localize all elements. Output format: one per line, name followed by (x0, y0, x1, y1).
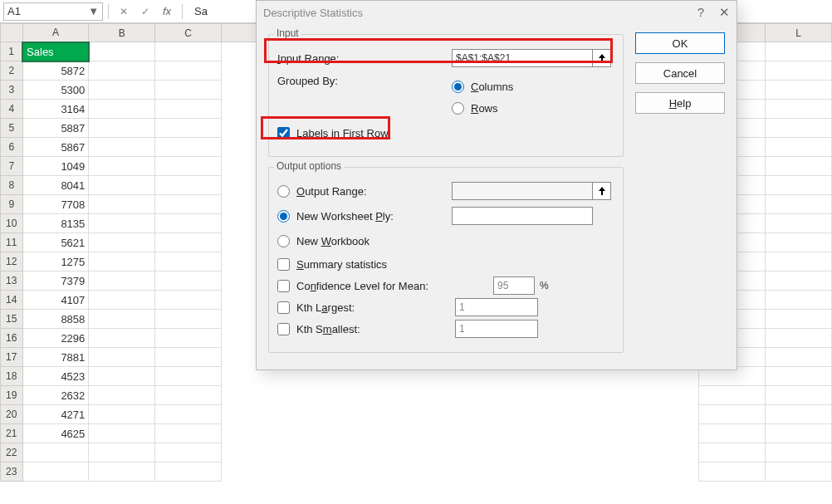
cell[interactable]: 5887 (22, 119, 89, 138)
row-header[interactable]: 19 (1, 386, 23, 405)
cell[interactable]: 4107 (22, 291, 89, 310)
row-header[interactable]: 23 (1, 462, 23, 482)
confidence-label: Confidence Level for Mean: (296, 280, 428, 292)
row-header[interactable]: 13 (1, 272, 23, 291)
cell[interactable]: 5867 (22, 138, 89, 157)
row-header[interactable]: 15 (1, 310, 23, 329)
columns-radio[interactable] (452, 81, 464, 93)
row-header[interactable]: 20 (1, 405, 23, 424)
separator (182, 4, 183, 19)
ok-button[interactable]: OK (635, 32, 725, 54)
cell[interactable]: 8135 (22, 214, 89, 233)
kth-smallest-check[interactable] (277, 323, 290, 335)
cell[interactable]: 3164 (22, 100, 89, 119)
row-header[interactable]: 5 (1, 119, 23, 138)
input-group: Input Input Range: $A$1:$A$21 Grouped By… (268, 34, 624, 157)
row-header[interactable]: 21 (1, 424, 23, 443)
kth-largest-check[interactable] (277, 301, 290, 314)
cell[interactable]: 4625 (22, 424, 89, 443)
row-header[interactable]: 2 (1, 61, 23, 81)
confidence-field[interactable]: 95 (493, 276, 535, 295)
descriptive-statistics-dialog: Descriptive Statistics ? ✕ Input Input R… (256, 0, 737, 370)
cell[interactable]: 7708 (22, 195, 89, 214)
row-header[interactable]: 18 (1, 367, 23, 386)
row-header[interactable]: 12 (1, 252, 23, 272)
fx-icon[interactable]: fx (157, 2, 177, 21)
cell[interactable]: 5300 (22, 81, 89, 100)
row-header[interactable]: 11 (1, 233, 23, 252)
col-header-C[interactable]: C (155, 24, 222, 42)
cancel-formula-icon[interactable]: ✕ (114, 2, 134, 21)
kth-largest-label: Kth Largest: (296, 301, 355, 314)
labels-first-row-label: Labels in First Row (296, 127, 389, 139)
row-header[interactable]: 14 (1, 291, 23, 310)
cell[interactable]: 7379 (22, 272, 89, 291)
row-header[interactable]: 1 (1, 42, 23, 61)
row-header[interactable]: 16 (1, 329, 23, 348)
output-group-label: Output options (274, 160, 344, 172)
range-picker-icon[interactable] (593, 182, 611, 200)
col-header-B[interactable]: B (89, 24, 155, 42)
kth-smallest-field[interactable]: 1 (455, 320, 538, 338)
cell[interactable]: 5872 (22, 61, 89, 81)
cell[interactable] (766, 42, 832, 61)
cell[interactable]: 2296 (22, 329, 89, 348)
row-header[interactable]: 4 (1, 100, 23, 119)
cell[interactable]: 5621 (22, 233, 89, 252)
new-worksheet-label: New Worksheet Ply: (296, 210, 394, 223)
cancel-button[interactable]: Cancel (635, 62, 725, 84)
percent-label: % (540, 280, 549, 291)
output-range-radio[interactable] (277, 185, 290, 198)
new-worksheet-radio[interactable] (277, 210, 290, 223)
cell[interactable] (22, 443, 89, 462)
row-header[interactable]: 6 (1, 138, 23, 157)
col-header-L[interactable]: L (766, 24, 832, 42)
formula-input[interactable]: Sa (188, 5, 208, 17)
cell[interactable] (22, 462, 89, 482)
help-button[interactable]: Help (635, 92, 725, 114)
row-header[interactable]: 9 (1, 195, 23, 214)
kth-largest-field[interactable]: 1 (455, 298, 538, 316)
dialog-title: Descriptive Statistics (263, 7, 363, 19)
summary-stats-label: Summary statistics (296, 258, 387, 271)
new-workbook-radio[interactable] (277, 235, 290, 247)
select-all-corner[interactable] (1, 24, 23, 42)
labels-first-row-check[interactable] (277, 127, 290, 139)
cell[interactable]: 1049 (22, 157, 89, 176)
output-range-field[interactable] (452, 182, 593, 200)
input-group-label: Input (274, 27, 301, 39)
cell[interactable] (89, 42, 155, 61)
row-header[interactable]: 10 (1, 214, 23, 233)
new-worksheet-field[interactable] (452, 207, 593, 225)
summary-stats-check[interactable] (277, 258, 290, 271)
row-header[interactable]: 8 (1, 176, 23, 195)
row-header[interactable]: 3 (1, 81, 23, 100)
close-icon[interactable]: ✕ (719, 5, 730, 20)
output-range-label: Output Range: (296, 185, 367, 198)
col-header-A[interactable]: A (22, 24, 89, 42)
cell[interactable]: 4523 (22, 367, 89, 386)
row-header[interactable]: 17 (1, 348, 23, 367)
range-picker-icon[interactable] (593, 49, 611, 67)
help-icon[interactable]: ? (697, 5, 704, 20)
input-range-field[interactable]: $A$1:$A$21 (452, 49, 593, 67)
cell[interactable]: 2632 (22, 386, 89, 405)
kth-smallest-label: Kth Smallest: (296, 323, 360, 335)
cell[interactable]: 8041 (22, 176, 89, 195)
cell[interactable]: 4271 (22, 405, 89, 424)
cell-A1[interactable]: Sales (22, 42, 89, 61)
output-group: Output options Output Range: New Workshe… (268, 167, 624, 353)
rows-radio[interactable] (452, 102, 464, 115)
cell[interactable]: 7881 (22, 348, 89, 367)
cell[interactable] (155, 42, 222, 61)
separator (108, 4, 109, 19)
confidence-check[interactable] (277, 280, 290, 292)
new-workbook-label: New Workbook (296, 235, 370, 247)
dialog-titlebar[interactable]: Descriptive Statistics ? ✕ (257, 1, 737, 24)
cell[interactable]: 1275 (22, 252, 89, 272)
row-header[interactable]: 22 (1, 443, 23, 462)
name-box[interactable]: A1 ▼ (3, 2, 103, 21)
row-header[interactable]: 7 (1, 157, 23, 176)
cell[interactable]: 8858 (22, 310, 89, 329)
accept-formula-icon[interactable]: ✓ (135, 2, 155, 21)
